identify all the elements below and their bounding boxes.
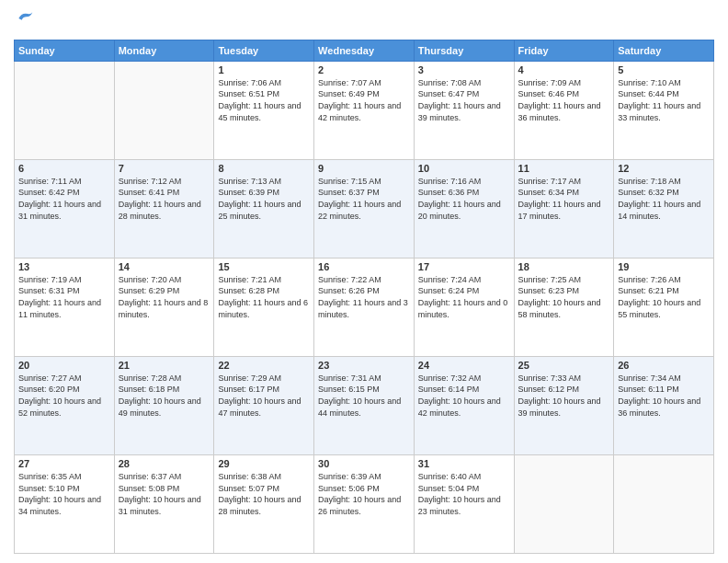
day-cell — [114, 61, 214, 159]
day-number: 21 — [119, 360, 210, 371]
day-cell: 6Sunrise: 7:11 AM Sunset: 6:42 PM Daylig… — [15, 159, 115, 258]
day-info: Sunrise: 7:17 AM Sunset: 6:34 PM Dayligh… — [518, 176, 610, 222]
day-number: 10 — [418, 163, 510, 174]
day-cell: 10Sunrise: 7:16 AM Sunset: 6:36 PM Dayli… — [414, 159, 514, 258]
day-info: Sunrise: 7:28 AM Sunset: 6:18 PM Dayligh… — [119, 373, 210, 419]
day-cell — [514, 454, 614, 553]
weekday-header-thursday: Thursday — [414, 40, 514, 61]
day-cell: 18Sunrise: 7:25 AM Sunset: 6:23 PM Dayli… — [514, 258, 614, 356]
logo-bird-icon — [16, 9, 34, 28]
day-cell: 31Sunrise: 6:40 AM Sunset: 5:04 PM Dayli… — [414, 454, 514, 553]
day-info: Sunrise: 7:13 AM Sunset: 6:39 PM Dayligh… — [218, 176, 310, 222]
day-cell: 19Sunrise: 7:26 AM Sunset: 6:21 PM Dayli… — [614, 258, 714, 356]
day-info: Sunrise: 7:31 AM Sunset: 6:15 PM Dayligh… — [318, 373, 410, 419]
day-cell: 27Sunrise: 6:35 AM Sunset: 5:10 PM Dayli… — [15, 454, 115, 553]
day-cell: 4Sunrise: 7:09 AM Sunset: 6:46 PM Daylig… — [514, 61, 614, 159]
day-info: Sunrise: 7:34 AM Sunset: 6:11 PM Dayligh… — [618, 373, 710, 419]
day-number: 4 — [518, 64, 610, 75]
day-info: Sunrise: 7:11 AM Sunset: 6:42 PM Dayligh… — [18, 176, 110, 222]
day-info: Sunrise: 7:24 AM Sunset: 6:24 PM Dayligh… — [418, 274, 510, 320]
day-number: 24 — [418, 360, 510, 371]
day-info: Sunrise: 6:37 AM Sunset: 5:08 PM Dayligh… — [119, 471, 210, 517]
day-cell: 7Sunrise: 7:12 AM Sunset: 6:41 PM Daylig… — [114, 159, 214, 258]
day-number: 16 — [318, 261, 410, 272]
weekday-header-tuesday: Tuesday — [214, 40, 314, 61]
day-info: Sunrise: 7:09 AM Sunset: 6:46 PM Dayligh… — [518, 77, 610, 123]
day-number: 31 — [418, 458, 510, 469]
day-cell: 29Sunrise: 6:38 AM Sunset: 5:07 PM Dayli… — [214, 454, 314, 553]
day-cell: 24Sunrise: 7:32 AM Sunset: 6:14 PM Dayli… — [414, 356, 514, 454]
day-cell: 26Sunrise: 7:34 AM Sunset: 6:11 PM Dayli… — [614, 356, 714, 454]
day-cell: 25Sunrise: 7:33 AM Sunset: 6:12 PM Dayli… — [514, 356, 614, 454]
calendar-page: SundayMondayTuesdayWednesdayThursdayFrid… — [0, 0, 728, 563]
day-info: Sunrise: 7:27 AM Sunset: 6:20 PM Dayligh… — [18, 373, 110, 419]
day-cell: 23Sunrise: 7:31 AM Sunset: 6:15 PM Dayli… — [314, 356, 415, 454]
day-cell: 14Sunrise: 7:20 AM Sunset: 6:29 PM Dayli… — [114, 258, 214, 356]
day-cell: 1Sunrise: 7:06 AM Sunset: 6:51 PM Daylig… — [214, 61, 314, 159]
weekday-header-row: SundayMondayTuesdayWednesdayThursdayFrid… — [15, 40, 714, 61]
day-info: Sunrise: 7:21 AM Sunset: 6:28 PM Dayligh… — [218, 274, 310, 320]
day-info: Sunrise: 6:35 AM Sunset: 5:10 PM Dayligh… — [18, 471, 110, 517]
day-number: 9 — [318, 163, 410, 174]
day-cell: 5Sunrise: 7:10 AM Sunset: 6:44 PM Daylig… — [614, 61, 714, 159]
day-number: 30 — [318, 458, 410, 469]
day-cell: 17Sunrise: 7:24 AM Sunset: 6:24 PM Dayli… — [414, 258, 514, 356]
day-number: 12 — [618, 163, 710, 174]
logo-text — [14, 9, 34, 32]
week-row-3: 13Sunrise: 7:19 AM Sunset: 6:31 PM Dayli… — [15, 258, 714, 356]
day-cell: 21Sunrise: 7:28 AM Sunset: 6:18 PM Dayli… — [114, 356, 214, 454]
week-row-4: 20Sunrise: 7:27 AM Sunset: 6:20 PM Dayli… — [15, 356, 714, 454]
day-cell: 16Sunrise: 7:22 AM Sunset: 6:26 PM Dayli… — [314, 258, 415, 356]
day-number: 19 — [618, 261, 710, 272]
logo — [14, 9, 34, 32]
day-number: 1 — [218, 64, 310, 75]
day-cell: 9Sunrise: 7:15 AM Sunset: 6:37 PM Daylig… — [314, 159, 415, 258]
weekday-header-wednesday: Wednesday — [314, 40, 415, 61]
day-info: Sunrise: 7:18 AM Sunset: 6:32 PM Dayligh… — [618, 176, 710, 222]
day-number: 28 — [119, 458, 210, 469]
day-info: Sunrise: 7:32 AM Sunset: 6:14 PM Dayligh… — [418, 373, 510, 419]
day-info: Sunrise: 7:15 AM Sunset: 6:37 PM Dayligh… — [318, 176, 410, 222]
weekday-header-saturday: Saturday — [614, 40, 714, 61]
day-cell: 15Sunrise: 7:21 AM Sunset: 6:28 PM Dayli… — [214, 258, 314, 356]
day-number: 8 — [218, 163, 310, 174]
day-number: 6 — [18, 163, 110, 174]
day-number: 27 — [18, 458, 110, 469]
day-number: 18 — [518, 261, 610, 272]
calendar-table: SundayMondayTuesdayWednesdayThursdayFrid… — [14, 40, 714, 554]
day-info: Sunrise: 7:20 AM Sunset: 6:29 PM Dayligh… — [119, 274, 210, 320]
day-number: 22 — [218, 360, 310, 371]
day-info: Sunrise: 7:08 AM Sunset: 6:47 PM Dayligh… — [418, 77, 510, 123]
day-info: Sunrise: 6:38 AM Sunset: 5:07 PM Dayligh… — [218, 471, 310, 517]
day-cell: 8Sunrise: 7:13 AM Sunset: 6:39 PM Daylig… — [214, 159, 314, 258]
day-number: 11 — [518, 163, 610, 174]
day-number: 2 — [318, 64, 410, 75]
day-info: Sunrise: 7:10 AM Sunset: 6:44 PM Dayligh… — [618, 77, 710, 123]
day-cell: 30Sunrise: 6:39 AM Sunset: 5:06 PM Dayli… — [314, 454, 415, 553]
day-cell: 11Sunrise: 7:17 AM Sunset: 6:34 PM Dayli… — [514, 159, 614, 258]
day-info: Sunrise: 7:06 AM Sunset: 6:51 PM Dayligh… — [218, 77, 310, 123]
weekday-header-monday: Monday — [114, 40, 214, 61]
day-cell: 20Sunrise: 7:27 AM Sunset: 6:20 PM Dayli… — [15, 356, 115, 454]
day-number: 7 — [119, 163, 210, 174]
day-cell: 2Sunrise: 7:07 AM Sunset: 6:49 PM Daylig… — [314, 61, 415, 159]
day-number: 17 — [418, 261, 510, 272]
day-number: 23 — [318, 360, 410, 371]
day-number: 29 — [218, 458, 310, 469]
day-cell: 3Sunrise: 7:08 AM Sunset: 6:47 PM Daylig… — [414, 61, 514, 159]
day-cell: 28Sunrise: 6:37 AM Sunset: 5:08 PM Dayli… — [114, 454, 214, 553]
day-number: 14 — [119, 261, 210, 272]
day-cell — [614, 454, 714, 553]
day-info: Sunrise: 7:22 AM Sunset: 6:26 PM Dayligh… — [318, 274, 410, 320]
day-number: 20 — [18, 360, 110, 371]
day-info: Sunrise: 7:33 AM Sunset: 6:12 PM Dayligh… — [518, 373, 610, 419]
day-info: Sunrise: 7:25 AM Sunset: 6:23 PM Dayligh… — [518, 274, 610, 320]
day-number: 26 — [618, 360, 710, 371]
day-info: Sunrise: 6:39 AM Sunset: 5:06 PM Dayligh… — [318, 471, 410, 517]
day-info: Sunrise: 6:40 AM Sunset: 5:04 PM Dayligh… — [418, 471, 510, 517]
day-info: Sunrise: 7:29 AM Sunset: 6:17 PM Dayligh… — [218, 373, 310, 419]
day-info: Sunrise: 7:07 AM Sunset: 6:49 PM Dayligh… — [318, 77, 410, 123]
week-row-1: 1Sunrise: 7:06 AM Sunset: 6:51 PM Daylig… — [15, 61, 714, 159]
week-row-5: 27Sunrise: 6:35 AM Sunset: 5:10 PM Dayli… — [15, 454, 714, 553]
header — [14, 9, 714, 32]
